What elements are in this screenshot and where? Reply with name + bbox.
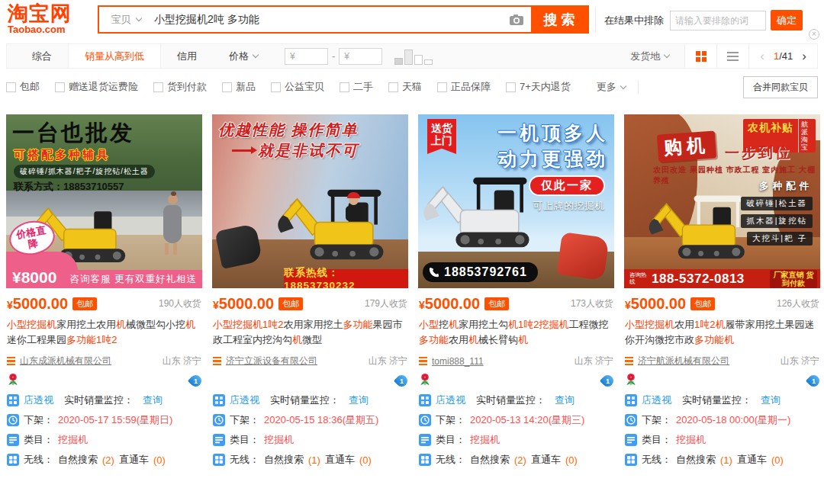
category-value[interactable]: 挖掘机 xyxy=(676,433,706,447)
product-price[interactable]: ¥5000.00 xyxy=(625,295,686,313)
dtoushi-app-icon xyxy=(419,394,431,406)
natural-search-label: 自然搜索 xyxy=(264,453,304,467)
product-price[interactable]: ¥5000.00 xyxy=(213,295,274,313)
category-value[interactable]: 挖掘机 xyxy=(470,433,500,447)
clock-icon xyxy=(625,414,637,426)
monitor-label: 实时销量监控： xyxy=(682,393,752,407)
price-histogram-filter[interactable] xyxy=(394,48,433,65)
water-drop-icon[interactable]: 1 xyxy=(190,375,201,387)
train-count: (0) xyxy=(565,454,578,466)
product-image[interactable]: 优越性能 操作简单 就是非试不可 联系热线：18853730232 xyxy=(212,114,408,288)
product-image[interactable]: 送货上门 一机顶多人 动力更强劲 仅此一家 可上牌的挖掘机 1885379276… xyxy=(418,114,614,288)
price-max-input[interactable]: ¥ xyxy=(339,48,382,65)
taobao-logo[interactable]: 淘宝网 Taobao.com xyxy=(8,3,72,35)
natural-search-label: 自然搜索 xyxy=(470,453,510,467)
tab-sales-desc[interactable]: 销量从高到低 xyxy=(68,44,161,68)
more-filters[interactable]: 更多 xyxy=(597,80,626,94)
prev-page-arrow[interactable]: ‹ xyxy=(760,49,764,64)
product-title[interactable]: 小型挖掘机1吨2农用家用挖土多功能果园市政工程室内挖沟勾机微型 xyxy=(213,317,407,348)
filter-divider xyxy=(638,80,639,94)
train-count: (0) xyxy=(359,454,372,466)
free-shipping-badge: 包邮 xyxy=(278,297,303,310)
product-title[interactable]: 小型挖机家用挖土勾机1吨2挖掘机工程微挖多功能农用机械长臂钩机 xyxy=(419,317,613,348)
product-title[interactable]: 小型挖掘机家用挖土农用机械微型勾小挖机迷你工程果园多功能1吨2 xyxy=(7,317,201,348)
product-price[interactable]: ¥5000.00 xyxy=(7,295,68,313)
image-search-button[interactable] xyxy=(502,7,531,32)
shop-icon xyxy=(213,357,221,366)
dtoushi-app-name[interactable]: 店透视 xyxy=(230,393,259,407)
tab-comprehensive[interactable]: 综合 xyxy=(16,44,68,68)
product-title[interactable]: 小型挖掘机农用1吨2机履带家用挖土果园迷你开沟微挖市政多功能机 xyxy=(625,317,819,348)
category-value[interactable]: 挖掘机 xyxy=(58,433,88,447)
category-icon xyxy=(7,434,19,446)
query-link[interactable]: 查询 xyxy=(143,393,163,407)
water-drop-icon[interactable]: 1 xyxy=(602,375,613,387)
filter-checkbox[interactable]: 正品保障 xyxy=(437,80,491,94)
next-page-arrow[interactable]: › xyxy=(802,49,806,64)
natural-search-label: 自然搜索 xyxy=(676,453,716,467)
tab-price[interactable]: 价格 xyxy=(213,44,274,68)
query-link[interactable]: 查询 xyxy=(349,393,369,407)
water-drop-icon[interactable]: 1 xyxy=(808,375,819,387)
dtoushi-app-name[interactable]: 店透视 xyxy=(642,393,671,407)
rose-icon[interactable] xyxy=(625,373,637,389)
search-input[interactable] xyxy=(153,7,502,32)
query-link[interactable]: 查询 xyxy=(761,393,781,407)
dtoushi-extension-panel: 店透视 实时销量监控： 查询 下架： 2020-05-18 00:00(星期一)… xyxy=(625,393,819,467)
ship-from-select[interactable]: 发货地 xyxy=(630,50,669,63)
phone-label: 咨询热线 xyxy=(629,272,649,285)
search-button[interactable]: 搜 索 xyxy=(531,7,587,32)
product-image[interactable]: 一台也批发 可搭配多种辅具 破碎锤/抓木器/耙子/旋挖钻/松土器 联系方式：18… xyxy=(6,114,202,288)
merge-same-items-button[interactable]: 合并同款宝贝 xyxy=(743,76,818,98)
filter-checkbox[interactable]: 公益宝贝 xyxy=(271,80,324,94)
seller-link[interactable]: 济宁航派机械有限公司 xyxy=(638,355,729,368)
dtoushi-app-icon xyxy=(213,394,225,406)
search-category-select[interactable]: 宝贝 xyxy=(99,7,153,32)
promo-subline: 可上牌的挖掘机 xyxy=(533,200,606,213)
product-price[interactable]: ¥5000.00 xyxy=(419,295,480,313)
rose-icon[interactable] xyxy=(7,373,19,389)
category-label: 类目： xyxy=(436,433,465,447)
seller-link[interactable]: 济宁立派设备有限公司 xyxy=(226,355,317,368)
list-view-icon xyxy=(727,52,739,61)
promo-price: ¥8000 xyxy=(12,268,56,287)
grid-view-toggle[interactable] xyxy=(684,44,716,68)
filter-checkbox[interactable]: 天猫 xyxy=(388,80,422,94)
filter-checkbox[interactable]: 7+天内退货 xyxy=(506,80,571,94)
dtoushi-extension-panel: 店透视 实时销量监控： 查询 下架： 2020-05-13 14:20(星期三)… xyxy=(419,393,613,467)
parts-list: 多种配件 破碎锤|松土器抓木器|旋挖钻大挖斗|耙 子 xyxy=(723,180,813,246)
wireless-label: 无线： xyxy=(230,453,259,467)
exclude-confirm-button[interactable]: 确定 xyxy=(771,10,803,30)
seller-link[interactable]: tomi888_111 xyxy=(432,356,484,367)
free-shipping-badge: 包邮 xyxy=(72,297,97,310)
camera-icon xyxy=(509,14,524,26)
water-drop-icon[interactable]: 1 xyxy=(396,375,407,387)
seller-link[interactable]: 山东成派机械有限公司 xyxy=(20,355,111,368)
close-icon[interactable]: × xyxy=(809,29,819,40)
filter-checkbox[interactable]: 包邮 xyxy=(6,80,40,94)
exclude-input[interactable] xyxy=(670,11,766,30)
tab-credit[interactable]: 信用 xyxy=(161,44,213,68)
rose-icon[interactable] xyxy=(419,373,431,389)
filter-checkbox[interactable]: 货到付款 xyxy=(153,80,207,94)
promo-strip: 联系热线：18853730232 xyxy=(284,269,408,288)
filter-checkbox[interactable]: 赠送退货运费险 xyxy=(55,80,138,94)
category-label: 类目： xyxy=(24,433,53,447)
category-label: 类目： xyxy=(230,433,259,447)
price-min-input[interactable]: ¥ xyxy=(285,48,328,65)
page-indicator: 1/41 xyxy=(774,50,793,62)
category-value[interactable]: 挖掘机 xyxy=(264,433,294,447)
product-image[interactable]: 农机补贴 航派淘宝 购机 一步到位 农田改造 果园种植 市政工程 室内施工 大棚… xyxy=(624,114,820,288)
query-link[interactable]: 查询 xyxy=(555,393,575,407)
filter-checkbox[interactable]: 二手 xyxy=(340,80,373,94)
dtoushi-app-name[interactable]: 店透视 xyxy=(436,393,465,407)
promo-headline: 优越性能 操作简单 xyxy=(218,120,359,140)
offshelf-date: 2020-05-17 15:59(星期日) xyxy=(58,413,172,427)
product-info: ¥5000.00 包邮 126人收货 小型挖掘机农用1吨2机履带家用挖土果园迷你… xyxy=(624,295,820,467)
dtoushi-app-name[interactable]: 店透视 xyxy=(24,393,53,407)
filter-checkbox-list: 包邮赠送退货运费险货到付款新品公益宝贝二手天猫正品保障7+天内退货 xyxy=(6,80,586,94)
dtoushi-extension-panel: 店透视 实时销量监控： 查询 下架： 2020-05-15 18:36(星期五)… xyxy=(213,393,407,467)
filter-checkbox[interactable]: 新品 xyxy=(222,80,256,94)
list-view-toggle[interactable] xyxy=(716,44,748,68)
promo-headline: 一机顶多人 xyxy=(497,120,608,146)
